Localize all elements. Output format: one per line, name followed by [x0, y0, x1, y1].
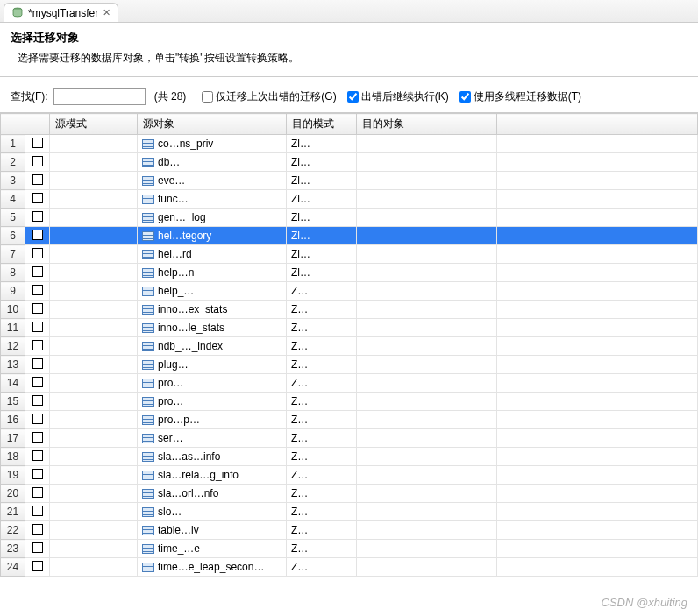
cell-dst-obj[interactable]: [357, 411, 497, 429]
cell-src-obj[interactable]: slo…: [138, 503, 287, 521]
cell-src-obj[interactable]: ndb_…_index: [138, 337, 287, 356]
cell-dst-obj[interactable]: [357, 521, 497, 540]
cell-dst-mode[interactable]: Z…: [287, 558, 357, 577]
table-row[interactable]: 18sla…as…infoZ…: [1, 448, 698, 466]
table-row[interactable]: 1co…ns_privZl…: [1, 135, 698, 153]
cell-dst-obj[interactable]: [357, 429, 497, 448]
chk-multithread[interactable]: 使用多线程迁移数据(T): [459, 89, 581, 104]
row-checkbox-cell[interactable]: [25, 374, 50, 393]
row-checkbox-cell[interactable]: [25, 172, 50, 190]
cell-dst-mode[interactable]: Zl…: [287, 245, 357, 264]
cell-dst-obj[interactable]: [357, 245, 497, 264]
cell-dst-mode[interactable]: Z…: [287, 374, 357, 393]
cell-src-obj[interactable]: pro…: [138, 393, 287, 411]
cell-dst-obj[interactable]: [357, 153, 497, 172]
row-checkbox-cell[interactable]: [25, 429, 50, 448]
cell-dst-obj[interactable]: [357, 485, 497, 503]
table-row[interactable]: 14pro…Z…: [1, 374, 698, 393]
row-checkbox-cell[interactable]: [25, 411, 50, 429]
cell-src-mode[interactable]: [50, 135, 138, 153]
cell-src-obj[interactable]: pro…p…: [138, 411, 287, 429]
row-checkbox-cell[interactable]: [25, 540, 50, 558]
cell-dst-obj[interactable]: [357, 209, 497, 227]
row-checkbox-cell[interactable]: [25, 558, 50, 577]
row-checkbox-cell[interactable]: [25, 485, 50, 503]
table-row[interactable]: 8help…nZl…: [1, 264, 698, 282]
cell-dst-obj[interactable]: [357, 503, 497, 521]
cell-dst-obj[interactable]: [357, 356, 497, 374]
cell-src-mode[interactable]: [50, 209, 138, 227]
cell-src-mode[interactable]: [50, 190, 138, 209]
cell-src-obj[interactable]: sla…rela…g_info: [138, 466, 287, 485]
table-row[interactable]: 7hel…rdZl…: [1, 245, 698, 264]
table-row[interactable]: 17ser…Z…: [1, 429, 698, 448]
cell-dst-obj[interactable]: [357, 264, 497, 282]
table-row[interactable]: 5gen…_logZl…: [1, 209, 698, 227]
cell-src-obj[interactable]: sla…orl…nfo: [138, 485, 287, 503]
cell-dst-obj[interactable]: [357, 135, 497, 153]
search-input[interactable]: [53, 88, 146, 105]
cell-dst-obj[interactable]: [357, 374, 497, 393]
cell-dst-mode[interactable]: Zl…: [287, 135, 357, 153]
cell-src-obj[interactable]: help…n: [138, 264, 287, 282]
cell-src-obj[interactable]: hel…rd: [138, 245, 287, 264]
cell-src-obj[interactable]: db…: [138, 153, 287, 172]
cell-src-obj[interactable]: help_…: [138, 282, 287, 301]
table-row[interactable]: 21slo…Z…: [1, 503, 698, 521]
checkbox-icon[interactable]: [32, 322, 43, 332]
cell-src-obj[interactable]: time…e_leap_secon…: [138, 558, 287, 577]
cell-src-mode[interactable]: [50, 503, 138, 521]
cell-dst-mode[interactable]: Z…: [287, 411, 357, 429]
checkbox-icon[interactable]: [32, 138, 43, 148]
row-checkbox-cell[interactable]: [25, 264, 50, 282]
cell-dst-mode[interactable]: Z…: [287, 448, 357, 466]
table-row[interactable]: 9help_…Z…: [1, 282, 698, 301]
cell-dst-obj[interactable]: [357, 319, 497, 337]
checkbox-icon[interactable]: [32, 156, 43, 166]
cell-src-obj[interactable]: plug…: [138, 356, 287, 374]
table-row[interactable]: 19sla…rela…g_infoZ…: [1, 466, 698, 485]
chk-prev-fail-box[interactable]: [202, 91, 213, 103]
cell-dst-mode[interactable]: Z…: [287, 429, 357, 448]
cell-dst-mode[interactable]: Zl…: [287, 172, 357, 190]
row-checkbox-cell[interactable]: [25, 209, 50, 227]
checkbox-icon[interactable]: [32, 524, 43, 535]
table-row[interactable]: 23time_…eZ…: [1, 540, 698, 558]
cell-dst-obj[interactable]: [357, 540, 497, 558]
cell-src-mode[interactable]: [50, 264, 138, 282]
tab-mysqltransfer[interactable]: *mysqlTransfer ✕: [4, 3, 118, 22]
checkbox-icon[interactable]: [32, 174, 43, 185]
cell-dst-obj[interactable]: [357, 190, 497, 209]
cell-dst-mode[interactable]: Z…: [287, 521, 357, 540]
checkbox-icon[interactable]: [32, 542, 43, 553]
checkbox-icon[interactable]: [32, 450, 43, 461]
table-row[interactable]: 6hel…tegoryZl…: [1, 227, 698, 245]
checkbox-icon[interactable]: [32, 358, 43, 369]
cell-src-mode[interactable]: [50, 485, 138, 503]
cell-dst-mode[interactable]: Z…: [287, 393, 357, 411]
cell-src-mode[interactable]: [50, 558, 138, 577]
checkbox-icon[interactable]: [32, 193, 43, 203]
cell-src-obj[interactable]: gen…_log: [138, 209, 287, 227]
chk-multithread-box[interactable]: [459, 91, 471, 103]
cell-src-obj[interactable]: eve…: [138, 172, 287, 190]
checkbox-icon[interactable]: [32, 285, 43, 295]
cell-src-mode[interactable]: [50, 540, 138, 558]
col-dst-mode[interactable]: 目的模式: [287, 114, 357, 135]
cell-src-obj[interactable]: sla…as…info: [138, 448, 287, 466]
row-checkbox-cell[interactable]: [25, 301, 50, 319]
checkbox-icon[interactable]: [32, 561, 43, 571]
table-row[interactable]: 4func…Zl…: [1, 190, 698, 209]
row-checkbox-cell[interactable]: [25, 135, 50, 153]
cell-dst-obj[interactable]: [357, 227, 497, 245]
cell-src-mode[interactable]: [50, 172, 138, 190]
cell-src-mode[interactable]: [50, 448, 138, 466]
row-checkbox-cell[interactable]: [25, 503, 50, 521]
cell-src-obj[interactable]: time_…e: [138, 540, 287, 558]
cell-dst-obj[interactable]: [357, 172, 497, 190]
checkbox-icon[interactable]: [32, 414, 43, 424]
cell-src-mode[interactable]: [50, 153, 138, 172]
row-checkbox-cell[interactable]: [25, 337, 50, 356]
checkbox-icon[interactable]: [32, 340, 43, 350]
table-row[interactable]: 3eve…Zl…: [1, 172, 698, 190]
